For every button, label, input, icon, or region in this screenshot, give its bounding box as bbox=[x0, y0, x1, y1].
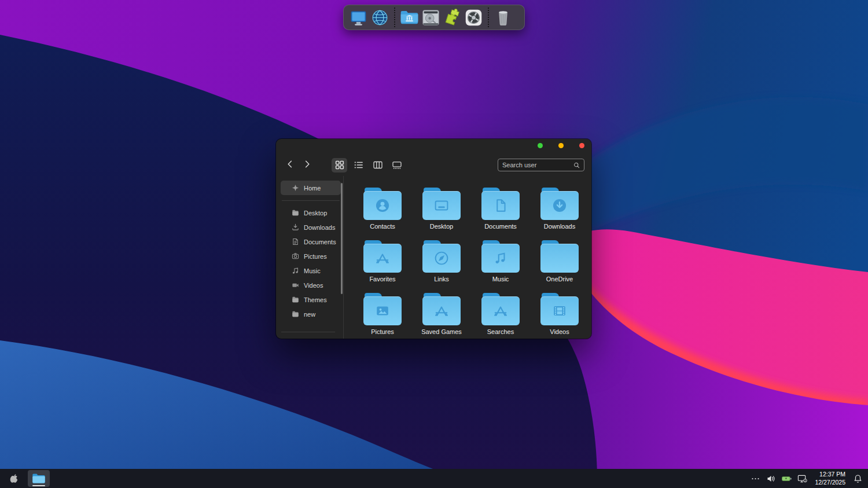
sidebar-item-downloads[interactable]: Downloads bbox=[281, 220, 341, 234]
folder-icon bbox=[363, 188, 402, 220]
traffic-lights bbox=[538, 143, 584, 148]
folder-label: Videos bbox=[550, 328, 569, 335]
folder-label: OneDrive bbox=[546, 276, 573, 282]
traffic-light-green[interactable] bbox=[538, 143, 543, 148]
desktop-glyph bbox=[433, 197, 450, 214]
window-titlebar[interactable] bbox=[276, 139, 591, 154]
clock-date: 12/27/2025 bbox=[815, 479, 845, 487]
sidebar-item-videos[interactable]: Videos bbox=[281, 278, 341, 292]
document-glyph bbox=[492, 197, 509, 214]
folder-item-saved-games[interactable]: Saved Games bbox=[412, 293, 471, 339]
sidebar-item-documents[interactable]: Documents bbox=[281, 234, 341, 249]
dock-item-settings[interactable] bbox=[463, 6, 484, 28]
document-small-icon bbox=[292, 238, 299, 245]
dock-item-puzzle[interactable] bbox=[442, 6, 463, 28]
sidebar-item-pictures[interactable]: Pictures bbox=[281, 249, 341, 263]
folder-item-desktop[interactable]: Desktop bbox=[412, 188, 471, 240]
taskbar-clock[interactable]: 12:37 PM 12/27/2025 bbox=[810, 471, 850, 486]
folder-label: Desktop bbox=[430, 223, 453, 230]
taskbar-app-explorer-folder[interactable] bbox=[28, 470, 50, 487]
tray-button-battery[interactable] bbox=[779, 469, 795, 488]
folder-item-contacts[interactable]: Contacts bbox=[353, 188, 412, 240]
window-body: Home Desktop Downloads bbox=[276, 176, 591, 339]
nav-button-back[interactable] bbox=[283, 158, 297, 172]
sidebar-item-label: Music bbox=[304, 267, 321, 274]
traffic-light-red[interactable] bbox=[579, 143, 584, 148]
sidebar-item-new[interactable]: new bbox=[281, 307, 341, 321]
camera-small-icon bbox=[292, 252, 299, 260]
nav-button-forward[interactable] bbox=[300, 158, 314, 172]
battery-icon bbox=[782, 474, 792, 483]
list-view-icon bbox=[354, 160, 364, 170]
sidebar-item-home[interactable]: Home bbox=[281, 181, 341, 195]
videocam-small-icon bbox=[292, 281, 299, 289]
dock-item-harddrive[interactable] bbox=[420, 6, 442, 28]
folder-icon bbox=[481, 188, 520, 220]
sidebar-item-label: Documents bbox=[304, 239, 336, 245]
sidebar-bottom-divider bbox=[281, 332, 335, 332]
display-icon bbox=[349, 8, 368, 27]
folder-label: Searches bbox=[487, 328, 514, 335]
sidebar-item-label: Pictures bbox=[304, 253, 327, 260]
folder-icon bbox=[540, 188, 579, 220]
folder-item-pictures[interactable]: Pictures bbox=[353, 293, 412, 339]
folder-item-documents[interactable]: Documents bbox=[471, 188, 530, 240]
sidebar-item-desktop[interactable]: Desktop bbox=[281, 206, 341, 220]
ellipsis-icon bbox=[751, 474, 760, 483]
view-button-list-view[interactable] bbox=[351, 158, 366, 173]
dock-item-library-folder[interactable] bbox=[399, 6, 420, 28]
dock-separator bbox=[488, 8, 489, 27]
folder-label: Saved Games bbox=[421, 328, 462, 335]
search-icon bbox=[573, 162, 580, 168]
folder-item-videos[interactable]: Videos bbox=[530, 293, 589, 339]
folder-label: Pictures bbox=[371, 328, 394, 335]
folder-icon bbox=[540, 240, 579, 273]
view-button-columns-view[interactable] bbox=[370, 158, 385, 173]
film-glyph bbox=[551, 302, 568, 320]
network-globe-icon bbox=[370, 8, 389, 27]
tray-button-volume[interactable] bbox=[763, 469, 779, 488]
dock-item-trash[interactable] bbox=[492, 6, 514, 28]
window-toolbar bbox=[276, 154, 591, 176]
folder-icon bbox=[481, 293, 520, 325]
folder-icon bbox=[481, 240, 520, 273]
music-glyph bbox=[492, 249, 509, 267]
back-icon bbox=[286, 160, 295, 170]
sidebar-item-music[interactable]: Music bbox=[281, 263, 341, 278]
tray-button-ellipsis[interactable] bbox=[748, 469, 763, 488]
view-button-gallery-view[interactable] bbox=[389, 158, 404, 173]
contact-glyph bbox=[374, 197, 391, 214]
sidebar-item-label: Downloads bbox=[304, 224, 335, 231]
folder-item-onedrive[interactable]: OneDrive bbox=[530, 240, 589, 293]
dock-item-display[interactable] bbox=[348, 6, 369, 28]
folder-item-favorites[interactable]: Favorites bbox=[353, 240, 412, 293]
sidebar-scrollbar[interactable] bbox=[341, 183, 343, 294]
folder-icon bbox=[422, 240, 461, 273]
folder-icon bbox=[540, 293, 579, 325]
sidebar-item-themes[interactable]: Themes bbox=[281, 292, 341, 307]
folder-label: Links bbox=[434, 276, 449, 282]
sidebar-item-label: Videos bbox=[304, 282, 323, 289]
notifications-button[interactable] bbox=[850, 469, 866, 488]
columns-view-icon bbox=[373, 160, 383, 170]
traffic-light-yellow[interactable] bbox=[558, 143, 564, 148]
explorer-folder-icon bbox=[32, 473, 46, 484]
appstore-glyph bbox=[433, 302, 450, 320]
tray-button-display-tray[interactable] bbox=[795, 469, 810, 488]
folder-item-searches[interactable]: Searches bbox=[471, 293, 530, 339]
apple-start-button[interactable] bbox=[6, 469, 22, 488]
view-button-grid-view[interactable] bbox=[332, 158, 347, 173]
file-explorer-window: Home Desktop Downloads bbox=[276, 139, 591, 339]
trash-icon bbox=[494, 8, 513, 27]
clock-time: 12:37 PM bbox=[815, 471, 845, 479]
folder-label: Documents bbox=[484, 223, 517, 230]
display-tray-icon bbox=[797, 474, 807, 483]
folder-small-icon bbox=[292, 209, 299, 217]
folder-icon bbox=[422, 293, 461, 325]
folder-item-music[interactable]: Music bbox=[471, 240, 530, 293]
search-input[interactable] bbox=[502, 162, 573, 168]
dock-item-network-globe[interactable] bbox=[369, 6, 391, 28]
folder-item-downloads[interactable]: Downloads bbox=[530, 188, 589, 240]
folder-item-links[interactable]: Links bbox=[412, 240, 471, 293]
top-dock bbox=[343, 5, 525, 30]
